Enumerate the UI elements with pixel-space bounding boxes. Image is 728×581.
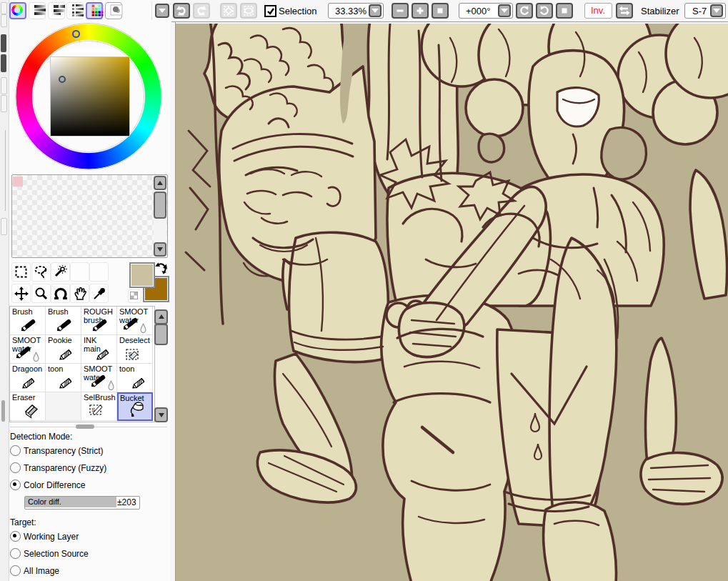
svg-text:S: S [91,407,95,413]
svg-text:S: S [129,351,132,357]
